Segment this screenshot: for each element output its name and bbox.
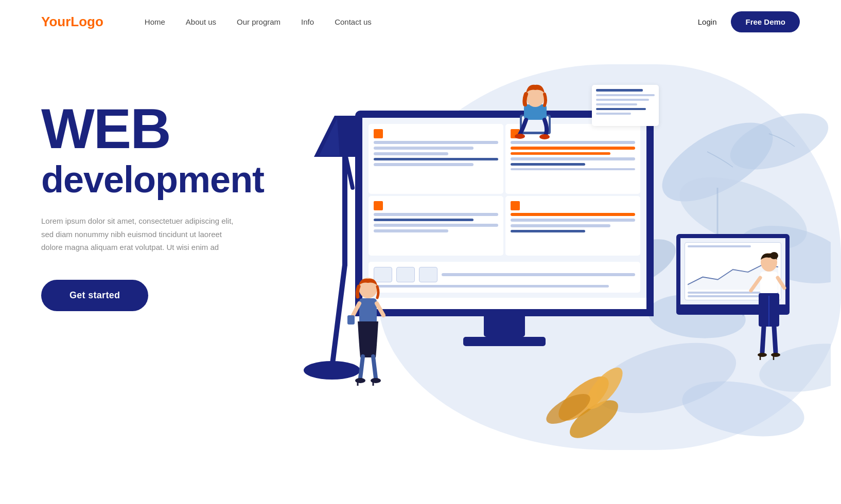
svg-line-27 (353, 303, 359, 316)
svg-line-42 (778, 278, 784, 288)
hero-section: WEB development Lorem ipsum dolor sit am… (0, 44, 841, 481)
hero-title-web: WEB (41, 100, 288, 157)
hero-description: Lorem ipsum dolor sit amet, consectetuer… (41, 214, 237, 254)
svg-rect-38 (760, 272, 778, 295)
monitor-base (463, 337, 546, 346)
hero-title-dev: development (41, 161, 288, 198)
get-started-button[interactable]: Get started (41, 280, 148, 311)
svg-line-16 (332, 265, 345, 368)
logo: YourLogo (41, 14, 103, 30)
svg-line-41 (751, 278, 760, 291)
svg-line-30 (360, 356, 363, 378)
floating-document (592, 85, 659, 126)
nav-home[interactable]: Home (145, 17, 165, 26)
svg-line-31 (373, 356, 376, 378)
nav-contact[interactable]: Contact us (335, 17, 372, 26)
svg-point-33 (371, 378, 381, 383)
svg-point-45 (758, 353, 767, 357)
svg-point-37 (770, 252, 778, 259)
svg-line-43 (762, 327, 764, 352)
login-button[interactable]: Login (698, 17, 717, 26)
svg-rect-29 (347, 315, 355, 325)
hero-left-content: WEB development Lorem ipsum dolor sit am… (41, 59, 288, 311)
logo-text-start: Your (41, 14, 71, 29)
screen-card-4 (505, 196, 640, 256)
logo-text-highlight: Logo (71, 14, 103, 29)
svg-line-28 (377, 303, 383, 315)
svg-point-23 (515, 134, 525, 139)
screen-card-3 (369, 196, 503, 256)
nav-info[interactable]: Info (301, 17, 314, 26)
screen-card-1 (369, 124, 503, 194)
person-right-illustration (746, 249, 792, 363)
nav-program[interactable]: Our program (237, 17, 281, 26)
navbar: YourLogo Home About us Our program Info … (0, 0, 841, 44)
person-left-illustration (345, 275, 391, 388)
svg-rect-26 (359, 298, 377, 324)
free-demo-button[interactable]: Free Demo (731, 11, 800, 32)
nav-about[interactable]: About us (186, 17, 216, 26)
nav-actions: Login Free Demo (698, 11, 800, 32)
svg-point-24 (539, 134, 550, 139)
monitor-stand (484, 316, 525, 337)
svg-line-44 (774, 327, 776, 352)
svg-point-46 (771, 353, 780, 357)
hero-illustration (288, 59, 800, 481)
monitor (355, 111, 654, 346)
person-top-illustration (504, 79, 566, 146)
nav-links: Home About us Our program Info Contact u… (145, 17, 698, 26)
svg-point-32 (355, 378, 365, 383)
